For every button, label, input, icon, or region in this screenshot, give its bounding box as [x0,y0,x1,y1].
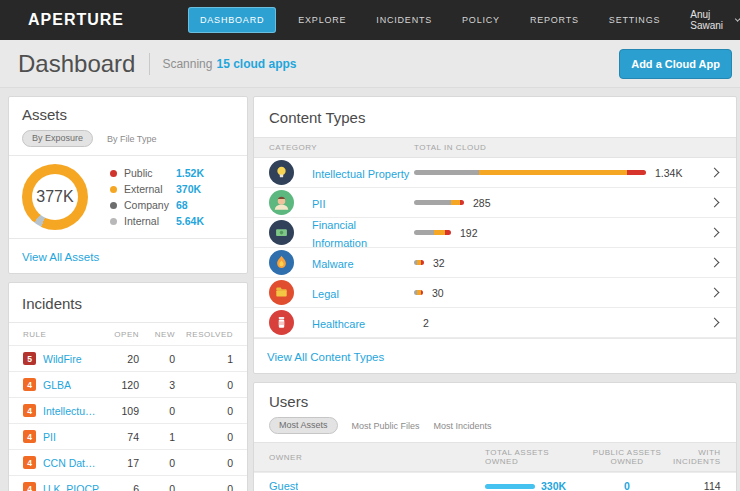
table-row[interactable]: PII 285 [254,188,736,218]
header-divider [149,53,150,75]
chevron-right-icon[interactable] [709,288,719,298]
legend-item-company: Company 68 [110,197,234,213]
scanning-status: Scanning15 cloud apps [162,57,296,71]
view-all-content-types-link[interactable]: View All Content Types [267,351,384,363]
table-row[interactable]: Malware 32 [254,248,736,278]
user-menu[interactable]: Anuj Sawani [690,9,739,31]
table-row[interactable]: Guest 330K 0 114 [254,472,736,491]
severity-badge: 4 [23,404,36,417]
nav-item-dashboard[interactable]: DASHBOARD [188,7,276,33]
severity-badge: 5 [23,352,36,365]
view-all-assets-link[interactable]: View All Assets [22,251,99,263]
content-type-link[interactable]: Intellectual Property [312,168,409,180]
chevron-right-icon[interactable] [709,318,719,328]
total-in-cloud-bar [414,260,424,265]
page-header: Dashboard Scanning15 cloud apps Add a Cl… [0,40,740,88]
content-type-link[interactable]: Malware [312,258,354,270]
content-type-link[interactable]: Healthcare [312,318,365,330]
content-type-link[interactable]: Legal [312,288,339,300]
table-row[interactable]: Financial Information 192 [254,218,736,248]
assets-total: 377K [22,164,88,230]
legend-item-external: External 370K [110,181,234,197]
assets-title: Assets [22,106,234,123]
owner-link[interactable]: Guest [269,480,298,491]
severity-badge: 4 [23,378,36,391]
incidents-panel: Incidents RULE OPEN NEW RESOLVED 5WildFi… [8,282,248,491]
users-table-header: OWNER TOTAL ASSETS OWNED PUBLIC ASSETS O… [254,442,736,472]
users-title: Users [269,393,721,410]
table-row[interactable]: 4U.K. PIOCP 6 0 0 [9,475,247,491]
table-row[interactable]: Healthcare 2 [254,308,736,338]
assets-panel: Assets By Exposure By File Type 377K Pub… [8,96,248,274]
table-row[interactable]: 4PII 74 1 0 [9,423,247,449]
content-types-title: Content Types [269,109,721,126]
assets-legend: Public 1.52K External 370K Company 68 [110,165,234,229]
rule-link[interactable]: WildFire [43,353,82,365]
tab-most-assets[interactable]: Most Assets [269,417,338,434]
chevron-right-icon[interactable] [709,258,719,268]
chevron-right-icon[interactable] [709,228,719,238]
rule-link[interactable]: CCN Data - Bulk [43,457,99,469]
aperture-logo: APERTURE [28,11,124,29]
nav-item-incidents[interactable]: INCIDENTS [376,15,432,25]
content-type-link[interactable]: Financial Information [312,219,367,249]
person-icon [269,190,294,215]
table-row[interactable]: 4GLBA 120 3 0 [9,371,247,397]
tab-most-public-files[interactable]: Most Public Files [352,421,420,431]
severity-badge: 4 [23,430,36,443]
rule-link[interactable]: PII [43,431,56,443]
page-title: Dashboard [18,50,135,78]
company-dot-icon [110,202,117,209]
user-name: Anuj Sawani [690,9,729,31]
top-nav: APERTURE DASHBOARD EXPLORE INCIDENTS POL… [0,0,740,40]
legend-item-internal: Internal 5.64K [110,213,234,229]
content-type-link[interactable]: PII [312,198,325,210]
rule-link[interactable]: U.K. PIOCP [43,483,99,491]
table-row[interactable]: 5WildFire 20 0 1 [9,345,247,371]
total-in-cloud-bar [414,200,464,205]
pill-bottle-icon [269,310,294,335]
tab-by-exposure[interactable]: By Exposure [22,130,93,147]
incidents-title: Incidents [22,295,234,312]
banknote-icon [269,220,294,245]
main-menu: DASHBOARD EXPLORE INCIDENTS POLICY REPOR… [188,7,690,33]
nav-item-reports[interactable]: REPORTS [530,15,579,25]
chevron-right-icon[interactable] [709,198,719,208]
table-row[interactable]: 4CCN Data - Bulk 17 0 0 [9,449,247,475]
add-cloud-app-button[interactable]: Add a Cloud App [619,49,732,79]
external-dot-icon [110,186,117,193]
severity-badge: 4 [23,456,36,469]
cloud-apps-link[interactable]: 15 cloud apps [216,57,296,71]
incidents-table-header: RULE OPEN NEW RESOLVED [9,323,247,345]
legend-item-public: Public 1.52K [110,165,234,181]
flame-icon [269,250,294,275]
nav-item-explore[interactable]: EXPLORE [298,15,346,25]
assets-owned-bar [485,484,535,489]
chevron-right-icon[interactable] [709,168,719,178]
content-types-table-header: CATEGORY TOTAL IN CLOUD [254,137,736,158]
tab-most-incidents[interactable]: Most Incidents [434,421,492,431]
total-in-cloud-bar [414,230,451,235]
total-in-cloud-bar [414,290,423,295]
severity-badge: 4 [23,482,36,491]
public-dot-icon [110,170,117,177]
table-row[interactable]: Legal 30 [254,278,736,308]
table-row[interactable]: 4Intellectual Property 109 0 0 [9,397,247,423]
nav-item-policy[interactable]: POLICY [462,15,500,25]
rule-link[interactable]: Intellectual Property [43,405,99,417]
users-panel: Users Most Assets Most Public Files Most… [253,382,737,491]
total-in-cloud-bar [414,170,646,175]
assets-donut-chart: 377K [22,164,88,230]
internal-dot-icon [110,218,117,225]
nav-item-settings[interactable]: SETTINGS [609,15,660,25]
folder-icon [269,280,294,305]
lightbulb-icon [269,160,294,185]
rule-link[interactable]: GLBA [43,379,71,391]
table-row[interactable]: Intellectual Property 1.34K [254,158,736,188]
content-types-panel: Content Types CATEGORY TOTAL IN CLOUD In… [253,96,737,374]
tab-by-file-type[interactable]: By File Type [107,134,156,144]
chevron-down-icon [735,15,740,21]
